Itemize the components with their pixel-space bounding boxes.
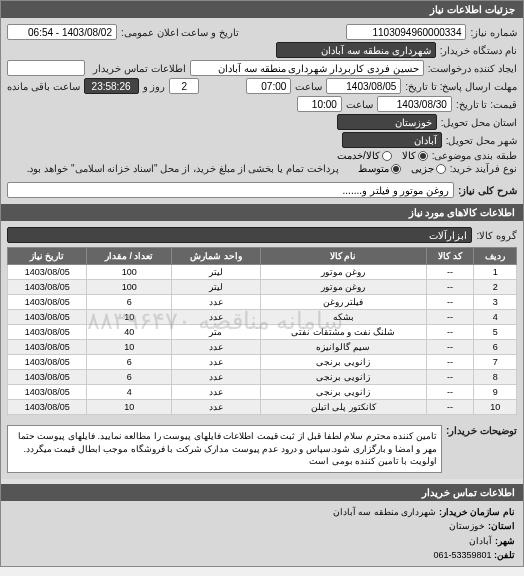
table-cell: 1403/08/05 <box>8 310 87 325</box>
label-process-type: نوع فرآیند خرید: <box>450 163 517 174</box>
table-row: 4--بشکهعدد101403/08/05 <box>8 310 517 325</box>
label-deadline-time: ساعت <box>295 81 322 92</box>
table-cell: 6 <box>87 370 171 385</box>
label-contact-org: نام سازمان خریدار: <box>439 507 515 517</box>
table-cell: 100 <box>87 280 171 295</box>
table-cell: 4 <box>474 310 517 325</box>
field-requester: حسین فردی کاربردار شهرداری منطقه سه آباد… <box>190 60 424 76</box>
field-delivery-province: خوزستان <box>337 114 437 130</box>
label-budget-type: طبقه بندی موضوعی: <box>432 150 517 161</box>
table-header: تاریخ نیاز <box>8 248 87 265</box>
label-buyer-contact: اطلاعات تماس خریدار <box>93 63 186 74</box>
table-cell: -- <box>426 310 474 325</box>
table-cell: 10 <box>87 310 171 325</box>
table-row: 1--روغن موتورلیتر1001403/08/05 <box>8 265 517 280</box>
radio-budget-0[interactable]: کالا <box>402 150 428 161</box>
field-buyer-contact <box>7 60 85 76</box>
table-cell: عدد <box>171 355 260 370</box>
contact-header: اطلاعات تماس خریدار <box>1 484 523 501</box>
table-row: 5--شلنگ نفت و مشتقات نفتیمتر401403/08/05 <box>8 325 517 340</box>
label-contact-phone: تلفن: <box>494 550 515 560</box>
table-cell: 6 <box>474 340 517 355</box>
label-requester: ایجاد کننده درخواست: <box>428 63 517 74</box>
field-item-group: ابزارآلات <box>7 227 472 243</box>
table-cell: 1403/08/05 <box>8 385 87 400</box>
radio-circle-icon <box>391 164 401 174</box>
table-row: 6--سیم گالوانیزهعدد101403/08/05 <box>8 340 517 355</box>
label-public-announce: تاریخ و ساعت اعلان عمومی: <box>121 27 239 38</box>
table-cell: روغن موتور <box>260 265 426 280</box>
field-quote-date: 1403/08/30 <box>377 96 452 112</box>
table-cell: لیتر <box>171 280 260 295</box>
table-cell: 1403/08/05 <box>8 340 87 355</box>
radio-proc-label-1: متوسط <box>358 163 389 174</box>
table-row: 8--زانویی برنجیعدد61403/08/05 <box>8 370 517 385</box>
table-cell: 10 <box>87 340 171 355</box>
table-cell: -- <box>426 370 474 385</box>
label-item-group: گروه کالا: <box>476 230 517 241</box>
table-cell: 1403/08/05 <box>8 265 87 280</box>
radio-budget-1[interactable]: کالا/خدمت <box>337 150 392 161</box>
table-cell: کانکتور پلی اتیلن <box>260 400 426 415</box>
table-cell: 3 <box>474 295 517 310</box>
field-remaining-days: 2 <box>169 78 199 94</box>
process-note: پرداخت تمام یا بخشی از مبلغ خرید، از محل… <box>27 163 339 174</box>
field-deadline-time: 07:00 <box>246 78 291 94</box>
table-header: نام کالا <box>260 248 426 265</box>
table-cell: شلنگ نفت و مشتقات نفتی <box>260 325 426 340</box>
label-delivery-province: استان محل تحویل: <box>441 117 517 128</box>
table-cell: -- <box>426 295 474 310</box>
radio-label-0: کالا <box>402 150 416 161</box>
items-header: اطلاعات کالاهای مورد نیاز <box>1 204 523 221</box>
radio-label-1: کالا/خدمت <box>337 150 380 161</box>
table-header: کد کالا <box>426 248 474 265</box>
table-cell: 4 <box>87 385 171 400</box>
table-cell: 8 <box>474 370 517 385</box>
table-cell: زانویی برنجی <box>260 385 426 400</box>
radio-group-process: جزیی متوسط <box>358 163 446 174</box>
table-cell: عدد <box>171 295 260 310</box>
table-cell: متر <box>171 325 260 340</box>
table-row: 2--روغن موتورلیتر1001403/08/05 <box>8 280 517 295</box>
table-cell: عدد <box>171 310 260 325</box>
contact-city: آبادان <box>469 536 492 546</box>
table-cell: زانویی برنجی <box>260 370 426 385</box>
label-delivery-city: شهر محل تحویل: <box>446 135 517 146</box>
radio-circle-icon <box>382 151 392 161</box>
field-quote-time: 10:00 <box>297 96 342 112</box>
radio-process-1[interactable]: متوسط <box>358 163 401 174</box>
label-contact-province: استان: <box>488 521 515 531</box>
table-cell: 7 <box>474 355 517 370</box>
radio-process-0[interactable]: جزیی <box>411 163 446 174</box>
table-cell: لیتر <box>171 265 260 280</box>
table-row: 3--فیلتر روغنعدد61403/08/05 <box>8 295 517 310</box>
label-notes: توضیحات خریدار: <box>446 421 517 436</box>
field-deadline-date: 1403/08/05 <box>326 78 401 94</box>
items-table: ردیفکد کالانام کالاواحد شمارشتعداد / مقد… <box>7 247 517 415</box>
table-cell: فیلتر روغن <box>260 295 426 310</box>
radio-group-budget: کالا کالا/خدمت <box>337 150 428 161</box>
label-need-title: شرح کلی نیاز: <box>458 185 517 196</box>
table-cell: -- <box>426 325 474 340</box>
radio-proc-label-0: جزیی <box>411 163 434 174</box>
notes-box: تامین کننده محترم سلام لطفا قبل از ثبت ق… <box>7 425 442 473</box>
radio-circle-icon <box>418 151 428 161</box>
table-cell: 1403/08/05 <box>8 280 87 295</box>
need-info-header: جزئیات اطلاعات نیاز <box>1 1 523 18</box>
table-header: ردیف <box>474 248 517 265</box>
label-quote-deadline: قیمت: تا تاریخ: <box>456 99 517 110</box>
table-cell: 5 <box>474 325 517 340</box>
table-cell: عدد <box>171 370 260 385</box>
label-remaining1: روز و <box>143 81 166 92</box>
table-cell: 6 <box>87 295 171 310</box>
table-cell: 1403/08/05 <box>8 325 87 340</box>
table-cell: 10 <box>87 400 171 415</box>
table-header: تعداد / مقدار <box>87 248 171 265</box>
table-row: 9--زانویی برنجیعدد41403/08/05 <box>8 385 517 400</box>
table-cell: سیم گالوانیزه <box>260 340 426 355</box>
table-cell: 1403/08/05 <box>8 370 87 385</box>
table-cell: روغن موتور <box>260 280 426 295</box>
label-contact-city: شهر: <box>495 536 515 546</box>
table-header: واحد شمارش <box>171 248 260 265</box>
field-need-title: روغن موتور و فیلتر و....... <box>7 182 454 198</box>
